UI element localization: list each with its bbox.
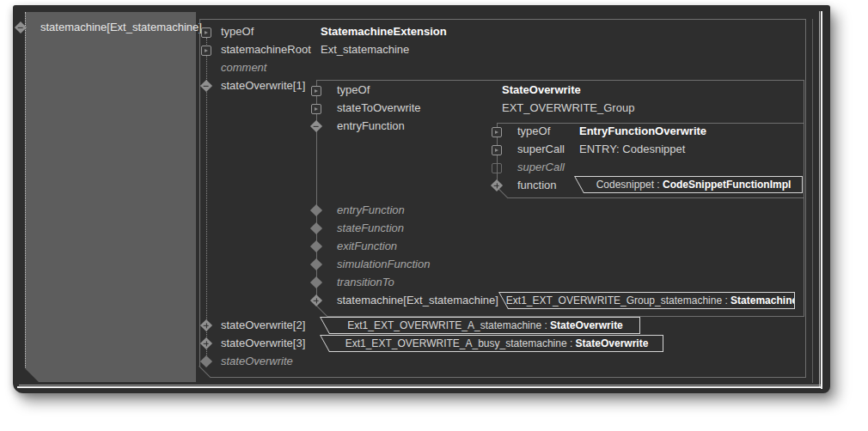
reference-type: StateOverwrite xyxy=(576,337,649,349)
property-label-function: function xyxy=(517,177,557,194)
property-label-typeof: typeOf xyxy=(221,23,254,40)
reference-box-statemachine[interactable]: Ext1_EXT_OVERWRITE_Group_statemachine : … xyxy=(498,292,795,309)
reference-name: Ext1_EXT_OVERWRITE_Group_statemachine xyxy=(506,294,722,307)
property-label-statemachineroot: statemachineRoot xyxy=(221,41,311,58)
reference-type: StateOverwrite xyxy=(550,319,623,331)
property-label-supercall-empty[interactable]: superCall xyxy=(517,159,565,176)
property-value-typeof[interactable]: StatemachineExtension xyxy=(321,23,447,40)
property-label-statetooverwrite: stateToOverwrite xyxy=(337,100,421,117)
play-square-icon[interactable] xyxy=(201,46,211,56)
play-square-icon[interactable] xyxy=(311,86,321,96)
property-label-typeof: typeOf xyxy=(337,82,370,99)
reference-separator: : xyxy=(567,337,576,349)
play-square-icon[interactable] xyxy=(311,104,321,114)
reference-box-stateoverwrite-2[interactable]: Ext1_EXT_OVERWRITE_A_statemachine : Stat… xyxy=(320,317,640,334)
block-chamfer xyxy=(316,306,327,317)
property-label-stateoverwrite-2[interactable]: stateOverwrite[2] xyxy=(221,317,305,334)
screenshot-stage: statemachine[Ext_statemachine] typeOf St… xyxy=(0,0,868,431)
reference-name: Codesnippet xyxy=(596,179,654,191)
property-label-stateoverwrite-1[interactable]: stateOverwrite[1] xyxy=(221,77,305,94)
property-label-statemachine: statemachine[Ext_statemachine] xyxy=(337,292,498,309)
property-value-typeof[interactable]: StateOverwrite xyxy=(502,82,581,99)
right-edge-highlight xyxy=(819,11,820,387)
square-outline-icon[interactable] xyxy=(492,163,502,173)
reference-box-function[interactable]: Codesnippet : CodeSnippetFunctionImpl xyxy=(574,176,803,193)
property-label-simulationfunction-empty[interactable]: simulationFunction xyxy=(337,256,430,273)
play-square-icon[interactable] xyxy=(201,27,211,38)
property-label-entryfunction[interactable]: entryFunction xyxy=(337,118,405,135)
reference-separator: : xyxy=(654,179,663,191)
property-label-supercall: superCall xyxy=(517,141,565,158)
property-label-transitionto-empty[interactable]: transitionTo xyxy=(337,274,394,291)
reference-name: Ext1_EXT_OVERWRITE_A_busy_statemachine xyxy=(345,337,567,349)
reference-box-stateoverwrite-3[interactable]: Ext1_EXT_OVERWRITE_A_busy_statemachine :… xyxy=(320,335,663,352)
right-edge-highlight-bright xyxy=(821,11,822,389)
root-node-label[interactable]: statemachine[Ext_statemachine] xyxy=(40,19,202,36)
block-chamfer xyxy=(199,367,211,378)
reference-separator: : xyxy=(722,294,730,307)
property-value-statemachineroot[interactable]: Ext_statemachine xyxy=(321,41,409,58)
property-label-comment-empty[interactable]: comment xyxy=(221,59,266,76)
reference-type: Statemachine xyxy=(730,294,798,307)
property-value-supercall[interactable]: ENTRY: Codesnippet xyxy=(579,141,685,158)
inner-frame-line xyxy=(812,19,813,383)
property-label-stateoverwrite-empty[interactable]: stateOverwrite xyxy=(221,353,293,370)
property-label-stateoverwrite-3[interactable]: stateOverwrite[3] xyxy=(221,335,305,352)
play-square-icon[interactable] xyxy=(492,127,502,137)
root-node-panel[interactable] xyxy=(25,12,196,382)
root-node-panel-dotted-edge xyxy=(25,12,26,367)
reference-name: Ext1_EXT_OVERWRITE_A_statemachine xyxy=(347,319,541,331)
property-label-typeof: typeOf xyxy=(517,123,550,140)
property-label-exitfunction-empty[interactable]: exitFunction xyxy=(337,238,397,255)
reference-separator: : xyxy=(541,319,550,331)
property-label-entryfunction-empty[interactable]: entryFunction xyxy=(337,202,405,219)
reference-type: CodeSnippetFunctionImpl xyxy=(663,179,791,191)
play-square-icon[interactable] xyxy=(492,145,502,155)
bottom-edge-highlight-bright xyxy=(17,386,822,388)
bottom-edge-highlight xyxy=(19,385,821,385)
property-value-typeof[interactable]: EntryFunctionOverwrite xyxy=(579,123,706,140)
property-label-statefunction-empty[interactable]: stateFunction xyxy=(337,220,404,237)
property-value-statetooverwrite[interactable]: EXT_OVERWRITE_Group xyxy=(502,100,634,117)
